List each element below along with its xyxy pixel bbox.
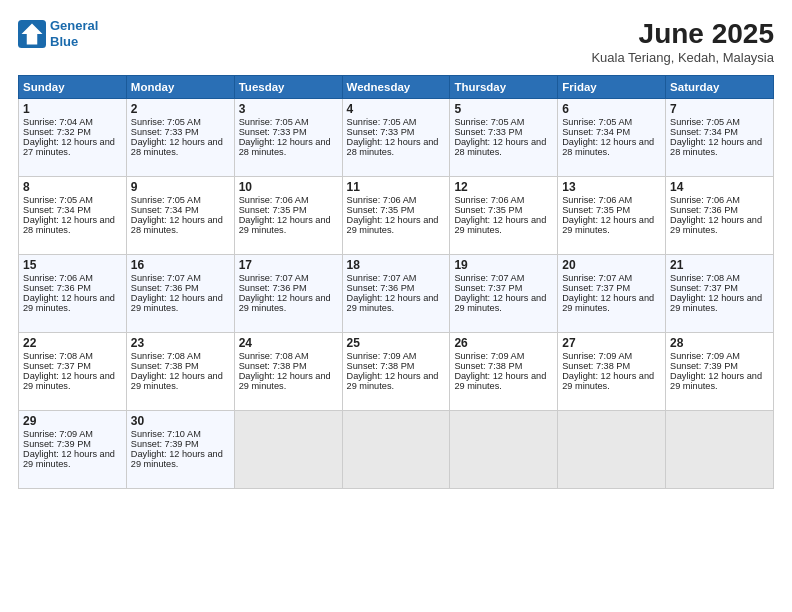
calendar-cell: 30Sunrise: 7:10 AMSunset: 7:39 PMDayligh… <box>126 411 234 489</box>
sunrise: Sunrise: 7:09 AM <box>454 351 524 361</box>
sunset: Sunset: 7:33 PM <box>239 127 307 137</box>
sunset: Sunset: 7:38 PM <box>239 361 307 371</box>
sunset: Sunset: 7:34 PM <box>23 205 91 215</box>
sunrise: Sunrise: 7:07 AM <box>239 273 309 283</box>
sunset: Sunset: 7:33 PM <box>131 127 199 137</box>
daylight-label: Daylight: 12 hours and 29 minutes. <box>670 293 762 313</box>
calendar-cell: 25Sunrise: 7:09 AMSunset: 7:38 PMDayligh… <box>342 333 450 411</box>
day-number: 10 <box>239 180 338 194</box>
daylight-label: Daylight: 12 hours and 29 minutes. <box>562 293 654 313</box>
day-number: 1 <box>23 102 122 116</box>
sunrise: Sunrise: 7:05 AM <box>239 117 309 127</box>
daylight-label: Daylight: 12 hours and 28 minutes. <box>131 137 223 157</box>
daylight-label: Daylight: 12 hours and 29 minutes. <box>239 215 331 235</box>
calendar-cell: 4Sunrise: 7:05 AMSunset: 7:33 PMDaylight… <box>342 99 450 177</box>
week-row-3: 15Sunrise: 7:06 AMSunset: 7:36 PMDayligh… <box>19 255 774 333</box>
header-cell-thursday: Thursday <box>450 76 558 99</box>
calendar-cell: 24Sunrise: 7:08 AMSunset: 7:38 PMDayligh… <box>234 333 342 411</box>
header-cell-saturday: Saturday <box>666 76 774 99</box>
calendar-cell <box>234 411 342 489</box>
day-number: 27 <box>562 336 661 350</box>
day-number: 22 <box>23 336 122 350</box>
sunrise: Sunrise: 7:07 AM <box>347 273 417 283</box>
daylight-label: Daylight: 12 hours and 29 minutes. <box>239 293 331 313</box>
sunrise: Sunrise: 7:06 AM <box>670 195 740 205</box>
daylight-label: Daylight: 12 hours and 29 minutes. <box>454 293 546 313</box>
sunrise: Sunrise: 7:05 AM <box>454 117 524 127</box>
day-number: 8 <box>23 180 122 194</box>
calendar-cell: 3Sunrise: 7:05 AMSunset: 7:33 PMDaylight… <box>234 99 342 177</box>
calendar-cell: 19Sunrise: 7:07 AMSunset: 7:37 PMDayligh… <box>450 255 558 333</box>
calendar-cell: 21Sunrise: 7:08 AMSunset: 7:37 PMDayligh… <box>666 255 774 333</box>
calendar-cell <box>450 411 558 489</box>
calendar-cell: 27Sunrise: 7:09 AMSunset: 7:38 PMDayligh… <box>558 333 666 411</box>
calendar-cell: 13Sunrise: 7:06 AMSunset: 7:35 PMDayligh… <box>558 177 666 255</box>
calendar-cell: 11Sunrise: 7:06 AMSunset: 7:35 PMDayligh… <box>342 177 450 255</box>
daylight-label: Daylight: 12 hours and 29 minutes. <box>670 215 762 235</box>
calendar-cell: 15Sunrise: 7:06 AMSunset: 7:36 PMDayligh… <box>19 255 127 333</box>
calendar-cell: 2Sunrise: 7:05 AMSunset: 7:33 PMDaylight… <box>126 99 234 177</box>
sunset: Sunset: 7:36 PM <box>239 283 307 293</box>
day-number: 5 <box>454 102 553 116</box>
month-title: June 2025 <box>591 18 774 50</box>
daylight-label: Daylight: 12 hours and 29 minutes. <box>454 215 546 235</box>
day-number: 17 <box>239 258 338 272</box>
header-cell-sunday: Sunday <box>19 76 127 99</box>
day-number: 2 <box>131 102 230 116</box>
day-number: 30 <box>131 414 230 428</box>
day-number: 13 <box>562 180 661 194</box>
sunset: Sunset: 7:36 PM <box>131 283 199 293</box>
calendar-cell: 7Sunrise: 7:05 AMSunset: 7:34 PMDaylight… <box>666 99 774 177</box>
daylight-label: Daylight: 12 hours and 29 minutes. <box>23 371 115 391</box>
header-cell-monday: Monday <box>126 76 234 99</box>
week-row-2: 8Sunrise: 7:05 AMSunset: 7:34 PMDaylight… <box>19 177 774 255</box>
sunrise: Sunrise: 7:05 AM <box>131 195 201 205</box>
daylight-label: Daylight: 12 hours and 28 minutes. <box>23 215 115 235</box>
sunrise: Sunrise: 7:10 AM <box>131 429 201 439</box>
sunset: Sunset: 7:32 PM <box>23 127 91 137</box>
sunset: Sunset: 7:35 PM <box>454 205 522 215</box>
sunset: Sunset: 7:36 PM <box>23 283 91 293</box>
day-number: 9 <box>131 180 230 194</box>
calendar-cell <box>666 411 774 489</box>
location-subtitle: Kuala Teriang, Kedah, Malaysia <box>591 50 774 65</box>
calendar-cell: 17Sunrise: 7:07 AMSunset: 7:36 PMDayligh… <box>234 255 342 333</box>
daylight-label: Daylight: 12 hours and 28 minutes. <box>347 137 439 157</box>
logo-icon <box>18 20 46 48</box>
sunrise: Sunrise: 7:08 AM <box>131 351 201 361</box>
week-row-1: 1Sunrise: 7:04 AMSunset: 7:32 PMDaylight… <box>19 99 774 177</box>
calendar-cell <box>558 411 666 489</box>
calendar-table: SundayMondayTuesdayWednesdayThursdayFrid… <box>18 75 774 489</box>
calendar-cell: 28Sunrise: 7:09 AMSunset: 7:39 PMDayligh… <box>666 333 774 411</box>
daylight-label: Daylight: 12 hours and 29 minutes. <box>562 215 654 235</box>
header-row: SundayMondayTuesdayWednesdayThursdayFrid… <box>19 76 774 99</box>
day-number: 3 <box>239 102 338 116</box>
sunrise: Sunrise: 7:07 AM <box>562 273 632 283</box>
day-number: 12 <box>454 180 553 194</box>
calendar-cell: 23Sunrise: 7:08 AMSunset: 7:38 PMDayligh… <box>126 333 234 411</box>
sunrise: Sunrise: 7:08 AM <box>23 351 93 361</box>
sunset: Sunset: 7:35 PM <box>562 205 630 215</box>
sunset: Sunset: 7:39 PM <box>670 361 738 371</box>
sunset: Sunset: 7:34 PM <box>670 127 738 137</box>
sunset: Sunset: 7:33 PM <box>347 127 415 137</box>
calendar-cell: 8Sunrise: 7:05 AMSunset: 7:34 PMDaylight… <box>19 177 127 255</box>
daylight-label: Daylight: 12 hours and 29 minutes. <box>347 371 439 391</box>
header-cell-wednesday: Wednesday <box>342 76 450 99</box>
calendar-cell: 20Sunrise: 7:07 AMSunset: 7:37 PMDayligh… <box>558 255 666 333</box>
sunset: Sunset: 7:34 PM <box>562 127 630 137</box>
sunrise: Sunrise: 7:08 AM <box>239 351 309 361</box>
week-row-5: 29Sunrise: 7:09 AMSunset: 7:39 PMDayligh… <box>19 411 774 489</box>
day-number: 16 <box>131 258 230 272</box>
sunset: Sunset: 7:37 PM <box>670 283 738 293</box>
sunset: Sunset: 7:36 PM <box>670 205 738 215</box>
daylight-label: Daylight: 12 hours and 29 minutes. <box>131 293 223 313</box>
calendar-cell: 6Sunrise: 7:05 AMSunset: 7:34 PMDaylight… <box>558 99 666 177</box>
sunset: Sunset: 7:36 PM <box>347 283 415 293</box>
day-number: 21 <box>670 258 769 272</box>
header-cell-tuesday: Tuesday <box>234 76 342 99</box>
daylight-label: Daylight: 12 hours and 28 minutes. <box>670 137 762 157</box>
day-number: 29 <box>23 414 122 428</box>
sunrise: Sunrise: 7:05 AM <box>131 117 201 127</box>
sunset: Sunset: 7:34 PM <box>131 205 199 215</box>
